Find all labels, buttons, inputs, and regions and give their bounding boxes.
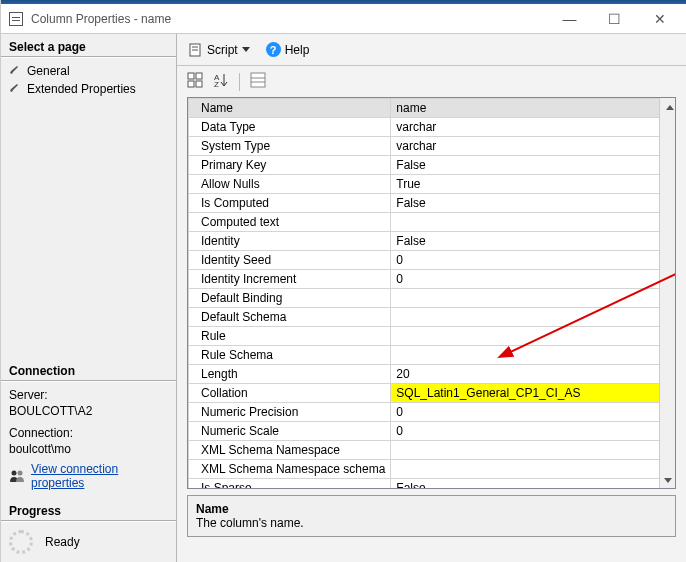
property-value[interactable] <box>391 346 675 365</box>
property-name[interactable]: Default Binding <box>189 289 391 308</box>
property-value[interactable] <box>391 308 675 327</box>
property-value[interactable]: varchar <box>391 137 675 156</box>
alphabetical-button[interactable]: AZ <box>213 72 229 91</box>
scroll-down-button[interactable] <box>660 472 675 488</box>
conn-value: boulcott\mo <box>1 440 176 458</box>
property-value[interactable] <box>391 213 675 232</box>
conn-label: Connection: <box>1 420 176 440</box>
scroll-up-button[interactable] <box>660 98 675 114</box>
progress-header: Progress <box>1 498 176 522</box>
help-label: Help <box>285 43 310 57</box>
property-name[interactable]: XML Schema Namespace <box>189 441 391 460</box>
property-value[interactable]: varchar <box>391 118 675 137</box>
property-value[interactable]: 0 <box>391 251 675 270</box>
properties-pane-button[interactable] <box>250 72 266 91</box>
property-value[interactable]: False <box>391 194 675 213</box>
select-page-header: Select a page <box>1 34 176 58</box>
svg-rect-8 <box>196 81 202 87</box>
property-value[interactable] <box>391 441 675 460</box>
property-name[interactable]: Numeric Precision <box>189 403 391 422</box>
svg-point-1 <box>18 471 23 476</box>
titlebar: Column Properties - name — ☐ ✕ <box>1 4 686 34</box>
svg-point-0 <box>12 471 17 476</box>
svg-rect-11 <box>251 73 265 87</box>
description-title: Name <box>196 502 667 516</box>
property-name[interactable]: Identity Increment <box>189 270 391 289</box>
property-name[interactable]: Data Type <box>189 118 391 137</box>
property-value[interactable]: 0 <box>391 422 675 441</box>
property-value[interactable]: 0 <box>391 403 675 422</box>
property-value[interactable]: 20 <box>391 365 675 384</box>
svg-rect-6 <box>196 73 202 79</box>
svg-text:Z: Z <box>214 80 219 88</box>
property-grid-toolbar: AZ <box>177 66 686 97</box>
server-value: BOULCOTT\A2 <box>1 402 176 420</box>
progress-status: Ready <box>45 535 80 549</box>
property-value[interactable]: False <box>391 232 675 251</box>
minimize-button[interactable]: — <box>547 5 592 33</box>
description-text: The column's name. <box>196 516 667 530</box>
script-label: Script <box>207 43 238 57</box>
property-value[interactable] <box>391 289 675 308</box>
property-name[interactable]: Default Schema <box>189 308 391 327</box>
property-name[interactable]: Computed text <box>189 213 391 232</box>
toolbar: Script ? Help <box>177 34 686 66</box>
view-connection-properties-link[interactable]: View connection properties <box>31 462 168 490</box>
property-value[interactable] <box>391 327 675 346</box>
server-label: Server: <box>1 382 176 402</box>
property-grid[interactable]: NamenameData TypevarcharSystem Typevarch… <box>187 97 676 489</box>
nav-item-label: General <box>27 64 70 78</box>
property-name[interactable]: Rule Schema <box>189 346 391 365</box>
chevron-down-icon <box>242 47 250 52</box>
nav-item-general[interactable]: General <box>9 62 168 80</box>
window-icon <box>9 12 23 26</box>
vertical-scrollbar[interactable] <box>659 98 675 488</box>
nav-item-extended[interactable]: Extended Properties <box>9 80 168 98</box>
categorized-button[interactable] <box>187 72 203 91</box>
wrench-icon <box>9 83 23 95</box>
help-button[interactable]: ? Help <box>262 40 314 59</box>
maximize-button[interactable]: ☐ <box>592 5 637 33</box>
right-content: Script ? Help AZ NamenameData Typevarcha… <box>177 34 686 562</box>
property-name[interactable]: Allow Nulls <box>189 175 391 194</box>
property-name[interactable]: XML Schema Namespace schema <box>189 460 391 479</box>
left-sidebar: Select a page General Extended Propertie… <box>1 34 177 562</box>
property-name[interactable]: Collation <box>189 384 391 403</box>
property-name[interactable]: Primary Key <box>189 156 391 175</box>
help-icon: ? <box>266 42 281 57</box>
nav-item-label: Extended Properties <box>27 82 136 96</box>
property-name[interactable]: Identity Seed <box>189 251 391 270</box>
property-value[interactable] <box>391 460 675 479</box>
description-panel: Name The column's name. <box>187 495 676 537</box>
wrench-icon <box>9 65 23 77</box>
connection-header: Connection <box>1 358 176 382</box>
script-button[interactable]: Script <box>185 41 254 59</box>
property-value[interactable]: False <box>391 156 675 175</box>
property-value[interactable]: True <box>391 175 675 194</box>
property-name[interactable]: Is Computed <box>189 194 391 213</box>
svg-rect-7 <box>188 81 194 87</box>
svg-rect-5 <box>188 73 194 79</box>
people-icon <box>9 469 25 483</box>
property-name[interactable]: Identity <box>189 232 391 251</box>
property-value[interactable]: SQL_Latin1_General_CP1_CI_AS <box>391 384 675 403</box>
property-name[interactable]: Rule <box>189 327 391 346</box>
property-name[interactable]: Numeric Scale <box>189 422 391 441</box>
property-name[interactable]: Is Sparse <box>189 479 391 490</box>
property-value[interactable]: name <box>391 99 675 118</box>
property-value[interactable]: 0 <box>391 270 675 289</box>
property-name[interactable]: Length <box>189 365 391 384</box>
property-name[interactable]: Name <box>189 99 391 118</box>
script-icon <box>189 43 203 57</box>
property-value[interactable]: False <box>391 479 675 490</box>
close-button[interactable]: ✕ <box>637 5 682 33</box>
property-name[interactable]: System Type <box>189 137 391 156</box>
progress-spinner-icon <box>9 530 33 554</box>
window-title: Column Properties - name <box>31 12 547 26</box>
